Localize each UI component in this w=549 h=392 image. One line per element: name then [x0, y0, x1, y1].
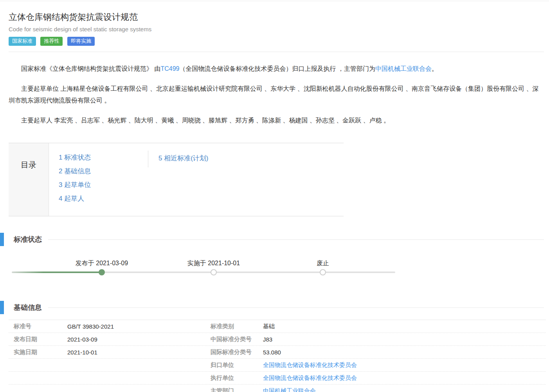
- toc-num: 2: [59, 167, 62, 175]
- timeline-progress: [12, 272, 102, 273]
- info-label: 发布日期: [14, 336, 67, 343]
- page-subtitle-en: Code for seismic design of steel static …: [9, 26, 544, 32]
- supervisor-link[interactable]: 中国机械工业联合会: [263, 387, 316, 392]
- info-value: 2021-10-01: [67, 349, 211, 356]
- info-value: 全国物流仓储设备标准化技术委员会: [263, 374, 546, 382]
- table-row: 实施日期 2021-10-01 国际标准分类号 53.080: [9, 346, 546, 359]
- tc499-link[interactable]: TC499: [160, 65, 179, 72]
- section-accent-bar: [0, 301, 4, 314]
- info-section-title: 基础信息: [14, 303, 42, 312]
- timeline-dot-published: [99, 269, 105, 275]
- table-row: 归口单位 全国物流仓储设备标准化技术委员会: [9, 359, 546, 372]
- toc-item-status: 1 标准状态: [59, 151, 148, 164]
- info-label: 归口单位: [211, 361, 263, 369]
- info-value: GB/T 39830-2021: [67, 323, 211, 330]
- badge-national-standard: 国家标准: [9, 37, 36, 46]
- info-label: 执行单位: [211, 374, 263, 382]
- table-of-contents: 目录 1 标准状态 2 基础信息 3 起草单位 4 起草人 5 相近标准(计划): [9, 143, 344, 216]
- info-value: 2021-03-09: [67, 336, 211, 343]
- status-timeline: 发布于 2021-03-09 实施于 2021-10-01 废止: [0, 259, 549, 285]
- toc-content: 1 标准状态 2 基础信息 3 起草单位 4 起草人 5 相近标准(计划): [49, 143, 344, 216]
- toc-column-2: 5 相近标准(计划): [148, 151, 209, 167]
- section-rule: [48, 307, 544, 308]
- intro-section: 国家标准《立体仓库钢结构货架抗震设计规范》 由TC499（全国物流仓储设备标准化…: [9, 63, 544, 126]
- page-title: 立体仓库钢结构货架抗震设计规范: [9, 11, 544, 23]
- timeline-dot-abolished: [320, 269, 326, 275]
- info-label: 中国标准分类号: [211, 336, 263, 343]
- toc-item-drafting-units: 3 起草单位: [59, 178, 148, 192]
- toc-text: 相近标准(计划): [164, 155, 208, 162]
- timeline-label-implemented: 实施于 2021-10-01: [187, 259, 240, 268]
- toc-item-drafters: 4 起草人: [59, 192, 148, 205]
- toc-item-similar-standards: 5 相近标准(计划): [158, 151, 209, 165]
- toc-text: 起草单位: [64, 181, 91, 189]
- info-value: 基础: [263, 323, 546, 330]
- table-row: 主管部门 中国机械工业联合会: [9, 385, 546, 392]
- toc-item-basic-info: 2 基础信息: [59, 164, 148, 178]
- intro-paragraph-drafters: 主要起草人 李宏亮 、吕志军 、杨光辉 、陆大明 、黄曦 、周晓骁 、滕旭辉 、…: [9, 115, 544, 126]
- info-label: 标准类别: [211, 323, 263, 330]
- info-value: 全国物流仓储设备标准化技术委员会: [263, 361, 546, 369]
- toc-text: 基础信息: [64, 167, 91, 175]
- info-value: 中国机械工业联合会: [263, 387, 546, 392]
- toc-link-drafters[interactable]: 4 起草人: [59, 195, 84, 202]
- executor-link[interactable]: 全国物流仓储设备标准化技术委员会: [263, 374, 357, 381]
- ministry-link[interactable]: 中国机械工业联合会: [375, 65, 432, 72]
- info-label: 标准号: [14, 323, 67, 330]
- header-divider: [9, 52, 544, 52]
- intro-text: 。: [432, 65, 438, 72]
- committee-link[interactable]: 全国物流仓储设备标准化技术委员会: [263, 361, 357, 368]
- info-value: 53.080: [263, 349, 546, 356]
- toc-label: 目录: [9, 143, 49, 216]
- toc-num: 3: [59, 181, 62, 189]
- intro-paragraph-drafting-units: 主要起草单位 上海精星仓储设备工程有限公司 、北京起重运输机械设计研究院有限公司…: [9, 83, 544, 106]
- toc-link-similar-standards[interactable]: 5 相近标准(计划): [158, 155, 209, 162]
- toc-link-drafting-units[interactable]: 3 起草单位: [59, 181, 91, 189]
- page-top-divider: [0, 1, 549, 1]
- section-rule: [48, 239, 544, 240]
- toc-link-basic-info[interactable]: 2 基础信息: [59, 167, 91, 175]
- badge-upcoming: 即将实施: [67, 37, 95, 46]
- status-section-heading: 标准状态: [0, 233, 549, 246]
- section-accent-bar: [0, 233, 4, 246]
- toc-column-1: 1 标准状态 2 基础信息 3 起草单位 4 起草人: [59, 151, 148, 205]
- toc-num: 4: [59, 195, 62, 202]
- toc-link-status[interactable]: 1 标准状态: [59, 154, 91, 161]
- timeline-label-abolished: 废止: [317, 259, 329, 268]
- toc-num: 5: [158, 155, 162, 162]
- basic-info-table: 标准号 GB/T 39830-2021 标准类别 基础 发布日期 2021-03…: [9, 320, 546, 392]
- status-section-title: 标准状态: [14, 235, 42, 244]
- info-label: 国际标准分类号: [211, 349, 263, 356]
- info-label: 实施日期: [14, 349, 67, 356]
- timeline-label-published: 发布于 2021-03-09: [76, 259, 128, 268]
- toc-num: 1: [59, 154, 62, 161]
- info-label: 主管部门: [211, 387, 263, 392]
- badge-recommended: 推荐性: [40, 37, 63, 46]
- info-value: J83: [263, 336, 546, 343]
- intro-paragraph-governance: 国家标准《立体仓库钢结构货架抗震设计规范》 由TC499（全国物流仓储设备标准化…: [9, 63, 544, 75]
- toc-text: 起草人: [64, 195, 84, 202]
- intro-text: （全国物流仓储设备标准化技术委员会）归口上报及执行 ，主管部门为: [179, 65, 375, 72]
- table-row: 标准号 GB/T 39830-2021 标准类别 基础: [9, 320, 546, 333]
- toc-text: 标准状态: [64, 154, 91, 161]
- info-section-heading: 基础信息: [0, 301, 549, 314]
- table-row: 发布日期 2021-03-09 中国标准分类号 J83: [9, 333, 546, 346]
- table-row: 执行单位 全国物流仓储设备标准化技术委员会: [9, 372, 546, 385]
- timeline-dot-implemented: [211, 269, 217, 275]
- badge-row: 国家标准 推荐性 即将实施: [9, 37, 544, 46]
- intro-text: 国家标准《立体仓库钢结构货架抗震设计规范》 由: [21, 65, 160, 72]
